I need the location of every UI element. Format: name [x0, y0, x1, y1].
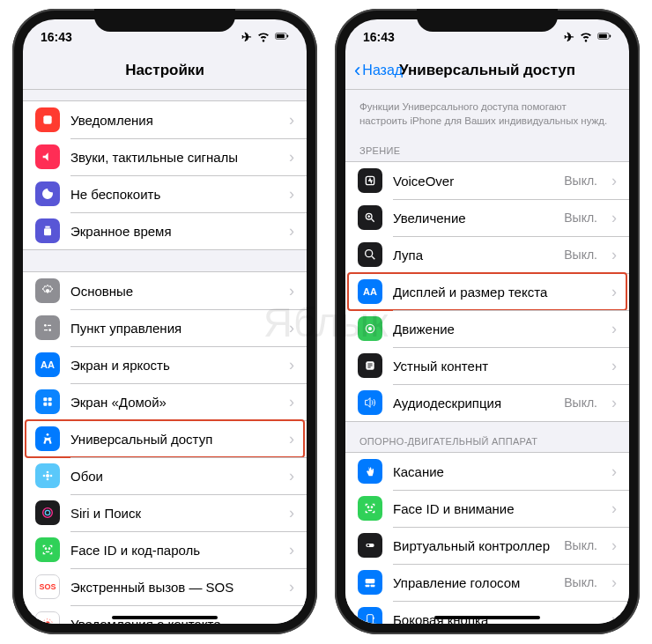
chevron-right-icon: ›: [611, 574, 617, 592]
row-label: Экран «Домой»: [70, 395, 275, 410]
settings-row[interactable]: АудиодескрипцияВыкл.›: [345, 384, 629, 421]
chevron-right-icon: ›: [289, 148, 294, 167]
back-button[interactable]: ‹ Назад: [354, 51, 403, 89]
nav-bar: Настройки: [23, 51, 307, 90]
settings-list[interactable]: Уведомления›Звуки, тактильные сигналы›Не…: [23, 90, 307, 624]
svg-rect-41: [371, 585, 375, 588]
svg-point-33: [369, 328, 372, 330]
home-indicator[interactable]: [112, 616, 218, 619]
settings-row[interactable]: Основные›: [23, 272, 307, 309]
svg-rect-4: [44, 228, 51, 235]
svg-point-22: [45, 621, 49, 624]
row-label: Face ID и код-пароль: [70, 543, 275, 558]
chevron-right-icon: ›: [611, 283, 617, 301]
settings-row[interactable]: Пункт управления›: [23, 309, 307, 346]
chevron-right-icon: ›: [289, 504, 294, 522]
voice-control-icon: [358, 570, 382, 595]
row-value: Выкл.: [564, 538, 597, 552]
svg-point-35: [367, 507, 368, 507]
row-label: Движение: [393, 322, 597, 337]
settings-row[interactable]: Face ID и внимание›: [345, 490, 629, 527]
home-indicator[interactable]: [434, 616, 540, 619]
row-label: Звуки, тактильные сигналы: [70, 150, 275, 165]
settings-row[interactable]: Не беспокоить›: [23, 175, 307, 212]
settings-row[interactable]: ЛупаВыкл.›: [345, 236, 629, 273]
control-center-icon: [35, 315, 60, 340]
display-brightness-icon: AA: [35, 352, 60, 377]
svg-point-36: [371, 507, 372, 507]
svg-point-18: [43, 508, 53, 518]
settings-row[interactable]: AAДисплей и размер текста›: [345, 273, 629, 310]
row-label: Уведомления: [70, 113, 275, 128]
chevron-right-icon: ›: [289, 111, 294, 130]
motion-icon: [358, 316, 382, 341]
settings-row[interactable]: VoiceOverВыкл.›: [345, 162, 629, 199]
settings-row[interactable]: Виртуальный контроллерВыкл.›: [345, 527, 629, 564]
settings-row[interactable]: Уведомления о контакте›: [23, 605, 307, 624]
nav-bar: ‹ Назад Универсальный доступ: [345, 51, 629, 90]
sounds-icon: [35, 144, 60, 169]
sos-icon: SOS: [35, 574, 60, 599]
svg-rect-28: [610, 34, 611, 37]
faceid-icon: [35, 537, 60, 562]
row-label: Экранное время: [70, 224, 275, 239]
settings-row[interactable]: Боковая кнопка›: [345, 601, 629, 624]
settings-row[interactable]: Касание›: [345, 453, 629, 490]
status-indicators: ✈︎: [564, 29, 611, 46]
row-label: VoiceOver: [393, 174, 553, 189]
row-label: Обои: [70, 469, 275, 484]
row-label: Управление голосом: [393, 575, 553, 590]
wallpaper-icon: [35, 463, 60, 488]
notifications-icon: [35, 107, 60, 132]
accessibility-icon: [35, 426, 60, 451]
row-value: Выкл.: [564, 248, 597, 262]
settings-row[interactable]: Обои›: [23, 457, 307, 494]
settings-row[interactable]: Siri и Поиск›: [23, 494, 307, 531]
settings-row[interactable]: Уведомления›: [23, 101, 307, 138]
chevron-right-icon: ›: [289, 356, 294, 374]
chevron-right-icon: ›: [611, 320, 617, 338]
general-icon: [35, 278, 60, 303]
section-header-motor: ОПОРНО-ДВИГАТЕЛЬНЫЙ АППАРАТ: [345, 422, 629, 452]
row-value: Выкл.: [564, 396, 597, 410]
description-text: Функции Универсального доступа помогают …: [345, 90, 629, 131]
row-label: Устный контент: [393, 359, 597, 374]
chevron-right-icon: ›: [611, 500, 617, 518]
settings-row[interactable]: Управление голосомВыкл.›: [345, 564, 629, 601]
wifi-icon: [579, 29, 593, 46]
chevron-right-icon: ›: [611, 463, 617, 481]
settings-row[interactable]: Звуки, тактильные сигналы›: [23, 138, 307, 175]
siri-icon: [35, 500, 60, 525]
row-label: Аудиодескрипция: [393, 396, 553, 411]
settings-row[interactable]: Экран «Домой»›: [23, 383, 307, 420]
settings-row[interactable]: Устный контент›: [345, 347, 629, 384]
svg-rect-40: [366, 585, 370, 588]
voiceover-icon: [358, 168, 382, 193]
exposure-icon: [35, 611, 60, 624]
svg-point-17: [50, 475, 53, 477]
svg-rect-42: [367, 615, 374, 624]
settings-row[interactable]: УвеличениеВыкл.›: [345, 199, 629, 236]
wifi-icon: [256, 29, 270, 46]
row-label: Экстренный вызов — SOS: [70, 580, 275, 595]
accessibility-list[interactable]: Функции Универсального доступа помогают …: [345, 90, 629, 624]
svg-rect-2: [287, 34, 288, 37]
status-time: 16:43: [363, 30, 395, 44]
svg-point-13: [46, 474, 49, 477]
svg-point-31: [366, 250, 373, 257]
row-label: Экран и яркость: [70, 358, 275, 373]
settings-row[interactable]: Face ID и код-пароль›: [23, 531, 307, 568]
settings-row[interactable]: AAЭкран и яркость›: [23, 346, 307, 383]
settings-row[interactable]: SOSЭкстренный вызов — SOS›: [23, 568, 307, 605]
faceid-attention-icon: [358, 496, 382, 521]
svg-rect-10: [43, 403, 47, 406]
settings-row[interactable]: Универсальный доступ›: [23, 420, 307, 457]
row-value: Выкл.: [564, 174, 597, 188]
svg-rect-11: [48, 403, 52, 406]
chevron-right-icon: ›: [289, 282, 294, 300]
settings-row[interactable]: Движение›: [345, 310, 629, 347]
settings-row[interactable]: Экранное время›: [23, 212, 307, 249]
svg-point-14: [47, 471, 49, 474]
row-label: Увеличение: [393, 211, 553, 226]
chevron-left-icon: ‹: [354, 59, 360, 82]
